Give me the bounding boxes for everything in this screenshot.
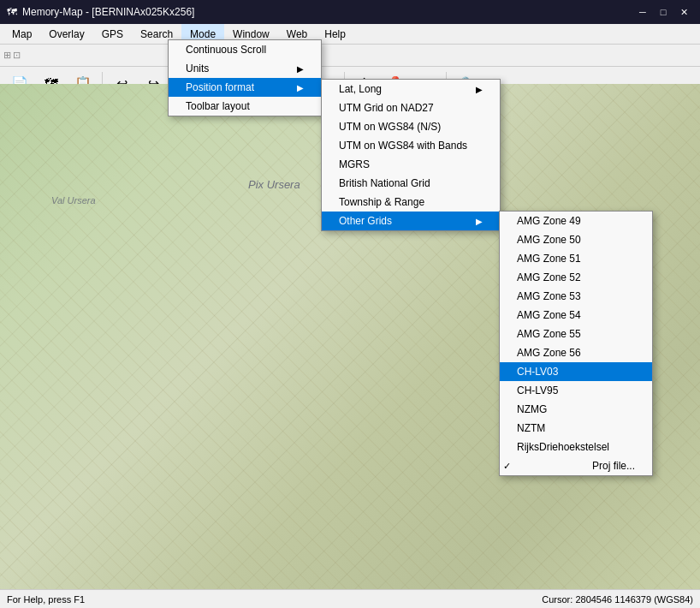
og-amg49[interactable]: AMG Zone 49 — [500, 212, 652, 230]
other-grids-arrow: ▶ — [476, 217, 483, 226]
utm-wgs84-bands-label: UTM on WGS84 with Bands — [339, 140, 467, 152]
maximize-button[interactable]: □ — [654, 4, 673, 20]
og-amg55[interactable]: AMG Zone 55 — [500, 325, 652, 343]
menu-gps[interactable]: GPS — [93, 24, 132, 44]
pf-utm-wgs84-ns[interactable]: UTM on WGS84 (N/S) — [322, 117, 500, 136]
amg55-label: AMG Zone 55 — [517, 328, 581, 340]
og-amg53[interactable]: AMG Zone 53 — [500, 287, 652, 306]
other-grids-label: Other Grids — [339, 215, 392, 227]
resize-indicator2: ⊡ — [13, 50, 21, 61]
posformat-arrow: ▶ — [297, 83, 304, 92]
amg51-label: AMG Zone 51 — [517, 253, 581, 265]
og-projfile[interactable]: ✓ Proj file... — [500, 456, 652, 475]
menubar: Map Overlay GPS Search Mode Window Web H… — [0, 24, 700, 45]
og-nztm[interactable]: NZTM — [500, 419, 652, 438]
posformat-menu: Lat, Long ▶ UTM Grid on NAD27 UTM on WGS… — [321, 79, 501, 231]
og-amg56[interactable]: AMG Zone 56 — [500, 343, 652, 362]
projfile-checkmark: ✓ — [503, 461, 515, 472]
og-amg51[interactable]: AMG Zone 51 — [500, 249, 652, 268]
mode-menu: Continuous Scroll Units ▶ Position forma… — [168, 39, 322, 116]
nzmg-label: NZMG — [517, 403, 547, 415]
title-left: 🗺 Memory-Map - [BERNINAx025Kx256] — [7, 6, 194, 18]
nztm-label: NZTM — [517, 422, 545, 434]
units-label: Units — [186, 63, 209, 75]
pf-utm-nad27[interactable]: UTM Grid on NAD27 — [322, 98, 500, 117]
mode-toolbar-layout[interactable]: Toolbar layout — [169, 97, 321, 116]
amg53-label: AMG Zone 53 — [517, 290, 581, 302]
amg49-label: AMG Zone 49 — [517, 215, 581, 227]
og-nzmg[interactable]: NZMG — [500, 400, 652, 419]
close-button[interactable]: ✕ — [674, 4, 693, 20]
bng-label: British National Grid — [339, 177, 430, 189]
pf-other-grids[interactable]: Other Grids ▶ — [322, 212, 500, 230]
pf-bng[interactable]: British National Grid — [322, 174, 500, 193]
app-title: Memory-Map - [BERNINAx025Kx256] — [22, 6, 194, 18]
og-chlv03[interactable]: CH-LV03 — [500, 362, 652, 381]
lat-long-arrow: ▶ — [476, 85, 483, 94]
chlv03-label: CH-LV03 — [517, 366, 558, 378]
minimize-button[interactable]: ─ — [633, 4, 652, 20]
amg52-label: AMG Zone 52 — [517, 271, 581, 283]
og-amg52[interactable]: AMG Zone 52 — [500, 268, 652, 287]
lat-long-label: Lat, Long — [339, 83, 382, 95]
position-format-label: Position format — [186, 81, 254, 93]
og-amg50[interactable]: AMG Zone 50 — [500, 230, 652, 249]
toolbar-layout-label: Toolbar layout — [186, 100, 250, 112]
menu-map[interactable]: Map — [3, 24, 40, 44]
og-chlv95[interactable]: CH-LV95 — [500, 381, 652, 400]
pf-mgrs[interactable]: MGRS — [322, 155, 500, 174]
chlv95-label: CH-LV95 — [517, 384, 558, 396]
township-label: Township & Range — [339, 196, 424, 208]
pf-township[interactable]: Township & Range — [322, 193, 500, 212]
amg54-label: AMG Zone 54 — [517, 309, 581, 321]
mode-units[interactable]: Units ▶ — [169, 59, 321, 78]
pf-utm-wgs84-bands[interactable]: UTM on WGS84 with Bands — [322, 136, 500, 155]
status-cursor: Cursor: 2804546 1146379 (WGS84) — [542, 594, 693, 605]
mgrs-label: MGRS — [339, 158, 370, 170]
titlebar: 🗺 Memory-Map - [BERNINAx025Kx256] ─ □ ✕ — [0, 0, 700, 24]
statusbar: For Help, press F1 Cursor: 2804546 11463… — [0, 589, 700, 608]
app-icon: 🗺 — [7, 6, 17, 18]
toolbar2: ⊞ ⊡ — [0, 45, 700, 67]
resize-indicator: ⊞ — [3, 50, 11, 61]
status-help: For Help, press F1 — [7, 594, 85, 605]
amg50-label: AMG Zone 50 — [517, 234, 581, 246]
rijks-label: RijksDriehoekstelsel — [517, 441, 609, 453]
continuous-scroll-label: Continuous Scroll — [186, 44, 266, 56]
mode-position-format[interactable]: Position format ▶ — [169, 78, 321, 97]
mode-continuous-scroll[interactable]: Continuous Scroll — [169, 40, 321, 59]
map-label-pix: Pix Ursera — [248, 178, 300, 191]
menu-overlay[interactable]: Overlay — [40, 24, 92, 44]
title-controls[interactable]: ─ □ ✕ — [633, 4, 693, 20]
othergrids-menu: AMG Zone 49 AMG Zone 50 AMG Zone 51 AMG … — [499, 211, 653, 476]
utm-wgs84-ns-label: UTM on WGS84 (N/S) — [339, 121, 441, 133]
og-rijks[interactable]: RijksDriehoekstelsel — [500, 438, 652, 456]
map-label-val: Val Ursera — [51, 195, 96, 206]
utm-nad27-label: UTM Grid on NAD27 — [339, 102, 434, 114]
pf-lat-long[interactable]: Lat, Long ▶ — [322, 80, 500, 98]
amg56-label: AMG Zone 56 — [517, 347, 581, 359]
og-amg54[interactable]: AMG Zone 54 — [500, 306, 652, 325]
projfile-label: Proj file... — [592, 460, 635, 472]
units-arrow: ▶ — [297, 64, 304, 74]
